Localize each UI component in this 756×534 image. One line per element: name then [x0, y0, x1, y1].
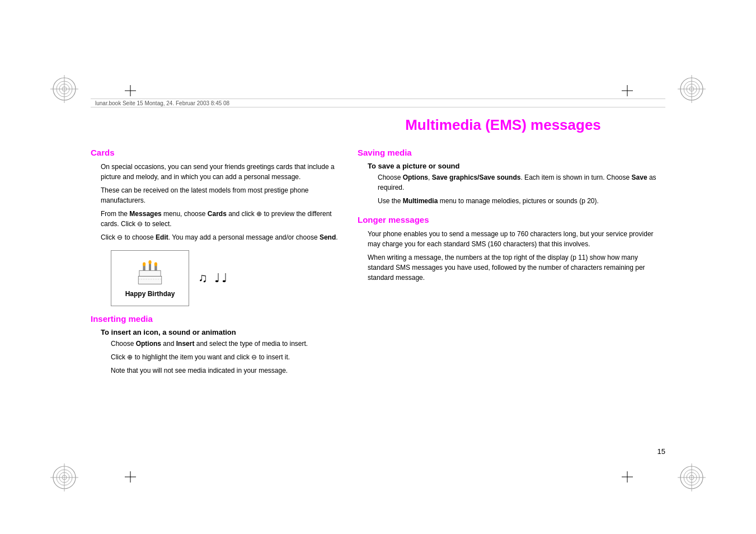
svg-point-35: [143, 263, 145, 266]
cards-content: On special occasions, you can send your …: [101, 162, 348, 306]
cards-para-2: These can be received on the latest mode…: [101, 185, 348, 205]
inserting-para-2: Click ⊕ to highlight the item you want a…: [111, 352, 348, 362]
svg-rect-38: [139, 270, 161, 276]
longer-messages-content: Your phone enables you to send a message…: [368, 229, 665, 283]
crosshair-inner-br: [622, 471, 633, 483]
inserting-media-paras: Choose Options and Insert and select the…: [111, 339, 348, 376]
music-notes-icon: ♫ ♩♩: [198, 271, 229, 285]
longer-para-1: Your phone enables you to send a message…: [368, 229, 665, 249]
card-illustration: Happy Birthday ♫ ♩♩: [111, 250, 348, 306]
longer-para-2: When writing a message, the numbers at t…: [368, 252, 665, 283]
svg-point-36: [148, 260, 151, 264]
corner-decoration-tl: [48, 73, 81, 105]
svg-point-37: [154, 263, 157, 266]
corner-decoration-bl: [48, 461, 81, 494]
corner-decoration-br: [675, 461, 708, 494]
header-bar: lunar.book Seite 15 Montag, 24. Februar …: [91, 99, 665, 107]
cards-para-4: Click ⊖ to choose Edit. You may add a pe…: [101, 232, 348, 242]
inserting-media-section-title: Inserting media: [91, 314, 348, 324]
main-content: Multimedia (EMS) messages Cards On speci…: [91, 116, 665, 467]
cards-para-3: From the Messages menu, choose Cards and…: [101, 209, 348, 229]
page-title: Multimedia (EMS) messages: [341, 116, 665, 134]
saving-para-2: Use the Multimedia menu to manage melodi…: [378, 196, 665, 206]
svg-rect-39: [138, 277, 162, 284]
inserting-media-content: To insert an icon, a sound or animation …: [101, 328, 348, 376]
cards-para-1: On special occasions, you can send your …: [101, 162, 348, 182]
saving-para-1: Choose Options, Save graphics/Save sound…: [378, 172, 665, 193]
saving-media-section-title: Saving media: [358, 148, 665, 157]
saving-media-content: To save a picture or sound Choose Option…: [368, 162, 665, 206]
page: lunar.book Seite 15 Montag, 24. Februar …: [0, 0, 756, 534]
page-number: 15: [658, 447, 665, 456]
birthday-card-box: Happy Birthday: [111, 250, 189, 306]
cards-section-title: Cards: [91, 148, 348, 157]
crosshair-inner-tl: [125, 85, 136, 96]
header-bar-text: lunar.book Seite 15 Montag, 24. Februar …: [95, 100, 229, 106]
right-column: Saving media To save a picture or sound …: [358, 148, 665, 286]
crosshair-inner-tr: [622, 85, 633, 96]
left-column: Cards On special occasions, you can send…: [91, 148, 348, 379]
inserting-para-3: Note that you will not see media indicat…: [111, 366, 348, 376]
saving-media-sub-title: To save a picture or sound: [368, 162, 665, 170]
inserting-media-sub-title: To insert an icon, a sound or animation: [101, 328, 348, 336]
birthday-card-label: Happy Birthday: [125, 290, 175, 298]
inserting-para-1: Choose Options and Insert and select the…: [111, 339, 348, 349]
longer-messages-section-title: Longer messages: [358, 215, 665, 224]
cake-icon: [135, 259, 165, 288]
crosshair-inner-bl: [125, 471, 136, 483]
corner-decoration-tr: [675, 73, 708, 105]
saving-media-paras: Choose Options, Save graphics/Save sound…: [378, 172, 665, 206]
